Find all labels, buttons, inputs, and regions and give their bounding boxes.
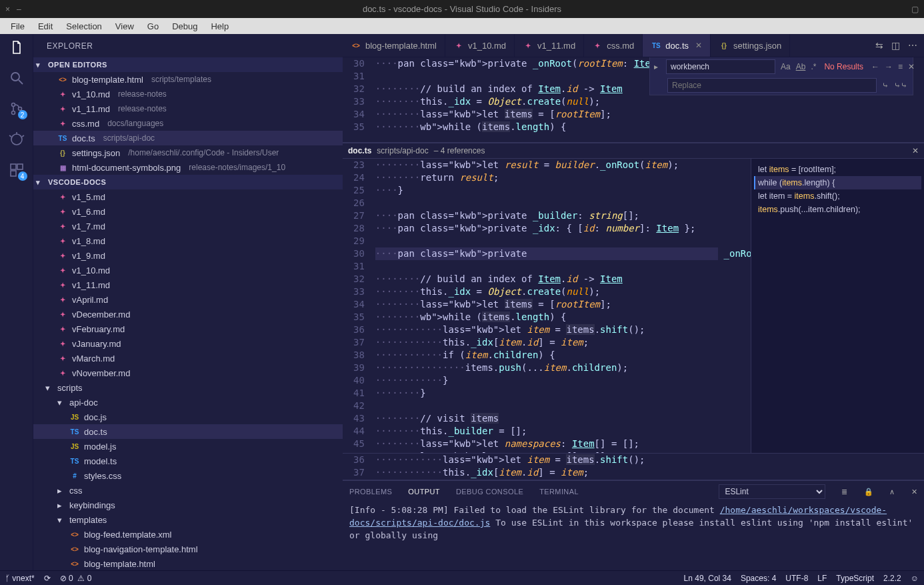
editor-tab[interactable]: ✦v1_10.md <box>445 34 515 57</box>
whole-word-icon[interactable]: Ab <box>793 62 809 71</box>
status-encoding[interactable]: UTF-8 <box>785 574 808 583</box>
menu-go[interactable]: Go <box>141 19 165 33</box>
menu-file[interactable]: File <box>4 19 31 33</box>
reference-item[interactable]: while (items.length) { <box>754 176 921 189</box>
close-panel-icon[interactable]: ✕ <box>911 488 917 496</box>
editor-tab[interactable]: ✦css.md <box>584 34 643 57</box>
file-item[interactable]: ✦vJanuary.md <box>33 336 343 351</box>
clear-output-icon[interactable]: ≣ <box>841 488 847 496</box>
regex-icon[interactable]: .* <box>808 62 819 71</box>
open-editor-item[interactable]: {}settings.json/home/aeschli/.config/Cod… <box>33 145 343 160</box>
file-item[interactable]: ✦v1_9.md <box>33 248 343 263</box>
prev-match-icon[interactable]: ← <box>869 62 882 71</box>
editor-tab[interactable]: <>blog-template.html <box>343 34 445 57</box>
activity-explorer[interactable] <box>9 39 25 55</box>
close-tab-icon[interactable]: ✕ <box>695 41 702 50</box>
references-editor[interactable]: 23 24 25 26 27 28 29 30 31 32 33 34 35 3… <box>343 159 751 453</box>
next-match-icon[interactable]: → <box>882 62 895 71</box>
close-icon[interactable]: × <box>5 5 10 14</box>
file-item[interactable]: ✦v1_8.md <box>33 233 343 248</box>
editor-tab[interactable]: ✦v1_11.md <box>515 34 584 57</box>
maximize-panel-icon[interactable]: ∧ <box>889 488 895 496</box>
file-item[interactable]: TSdoc.ts <box>33 424 343 439</box>
file-item[interactable]: <>blog-navigation-template.html <box>33 542 343 556</box>
status-problems[interactable]: ⊘ 0 ⚠ 0 <box>60 574 92 583</box>
file-item[interactable]: TSmodel.ts <box>33 454 343 468</box>
status-lncol[interactable]: Ln 49, Col 34 <box>684 574 731 583</box>
file-item[interactable]: ✦vNovember.md <box>33 366 343 380</box>
activity-search[interactable] <box>9 70 25 86</box>
split-icon[interactable]: ◫ <box>891 40 900 51</box>
editor-tab[interactable]: {}settings.json <box>711 34 790 57</box>
activity-extensions[interactable]: 4 <box>9 162 25 178</box>
file-item[interactable]: ✦vApril.md <box>33 292 343 307</box>
find-input[interactable] <box>666 59 775 74</box>
folder-item[interactable]: ▸css <box>33 483 343 498</box>
menu-edit[interactable]: Edit <box>31 19 59 33</box>
match-case-icon[interactable]: Aa <box>778 62 793 71</box>
status-lang[interactable]: TypeScript <box>836 574 874 583</box>
editor-tab[interactable]: TSdoc.ts✕ <box>643 34 711 57</box>
section-workspace[interactable]: ▾VSCODE-DOCS <box>33 175 343 189</box>
open-editor-item[interactable]: ✦v1_10.mdrelease-notes <box>33 87 343 101</box>
replace-input[interactable] <box>667 78 877 93</box>
status-ext[interactable]: 2.2.2 <box>883 574 901 583</box>
open-editor-item[interactable]: <>blog-template.htmlscripts/templates <box>33 72 343 87</box>
file-item[interactable]: JSdoc.js <box>33 410 343 424</box>
file-item[interactable]: #styles.css <box>33 468 343 483</box>
file-item[interactable]: ✦vMarch.md <box>33 351 343 366</box>
open-editor-item[interactable]: ✦css.mddocs/languages <box>33 116 343 131</box>
status-eol[interactable]: LF <box>817 574 827 583</box>
diff-icon[interactable]: ⇆ <box>875 40 883 51</box>
output-channel-select[interactable]: ESLint <box>719 484 825 499</box>
file-item[interactable]: ✦v1_11.md <box>33 277 343 292</box>
menu-debug[interactable]: Debug <box>165 19 204 33</box>
editor-main-bottom[interactable]: 36 37 ············lass="kwb">let item = … <box>343 454 924 480</box>
file-item[interactable]: ✦v1_5.md <box>33 189 343 204</box>
file-item[interactable]: ✦v1_6.md <box>33 204 343 219</box>
find-in-selection-icon[interactable]: ≡ <box>895 62 905 71</box>
file-item[interactable]: ✦v1_7.md <box>33 219 343 233</box>
output-area[interactable]: [Info - 5:08:28 PM] Failed to load the E… <box>343 502 924 570</box>
file-item[interactable]: <>blog-feed.template.xml <box>33 527 343 542</box>
file-item[interactable]: JSmodel.js <box>33 439 343 454</box>
max-icon[interactable]: ▢ <box>911 5 919 14</box>
panel-tab-output[interactable]: OUTPUT <box>408 488 440 496</box>
replace-one-icon[interactable]: ⤷ <box>879 81 891 90</box>
menu-view[interactable]: View <box>109 19 141 33</box>
folder-item[interactable]: ▾templates <box>33 512 343 527</box>
reference-item[interactable]: let item = items.shift(); <box>754 189 921 203</box>
close-find-icon[interactable]: ✕ <box>905 62 920 71</box>
status-sync-icon[interactable]: ⟳ <box>44 574 51 583</box>
status-branch[interactable]: ᚶ vnext* <box>5 574 35 583</box>
folder-item[interactable]: ▸keybindings <box>33 498 343 512</box>
menu-selection[interactable]: Selection <box>59 19 108 33</box>
menu-help[interactable]: Help <box>204 19 235 33</box>
activity-debug[interactable] <box>9 131 25 147</box>
open-editor-item[interactable]: ✦v1_11.mdrelease-notes <box>33 101 343 116</box>
panel-tab-terminal[interactable]: TERMINAL <box>539 488 579 496</box>
panel-tab-debugconsole[interactable]: DEBUG CONSOLE <box>456 488 523 496</box>
more-icon[interactable]: ⋯ <box>908 40 917 51</box>
statusbar: ᚶ vnext* ⟳ ⊘ 0 ⚠ 0 Ln 49, Col 34 Spaces:… <box>0 570 924 585</box>
reference-item[interactable]: items.push(...item.children); <box>754 203 921 216</box>
find-toggle-icon[interactable]: ▸ <box>650 62 661 71</box>
min-icon[interactable]: – <box>17 5 21 14</box>
activity-scm[interactable]: 2 <box>9 101 25 117</box>
replace-all-icon[interactable]: ⤷⤷ <box>891 81 913 90</box>
lock-output-icon[interactable]: 🔒 <box>864 488 873 496</box>
open-editor-item[interactable]: TSdoc.tsscripts/api-doc <box>33 131 343 145</box>
open-editor-item[interactable]: ▦html-document-symbols.pngrelease-notes/… <box>33 160 343 175</box>
file-item[interactable]: ✦vFebruary.md <box>33 322 343 336</box>
section-open-editors[interactable]: ▾OPEN EDITORS <box>33 57 343 72</box>
panel-tab-problems[interactable]: PROBLEMS <box>349 488 392 496</box>
close-refs-icon[interactable]: ✕ <box>912 146 919 155</box>
status-feedback-icon[interactable]: ☺ <box>911 574 919 583</box>
file-item[interactable]: ✦vDecember.md <box>33 307 343 322</box>
file-item[interactable]: <>blog-template.html <box>33 556 343 570</box>
file-item[interactable]: ✦v1_10.md <box>33 263 343 277</box>
reference-item[interactable]: let items = [rootItem]; <box>754 163 921 176</box>
folder-item[interactable]: ▾scripts <box>33 380 343 395</box>
folder-item[interactable]: ▾api-doc <box>33 395 343 410</box>
status-spaces[interactable]: Spaces: 4 <box>741 574 776 583</box>
